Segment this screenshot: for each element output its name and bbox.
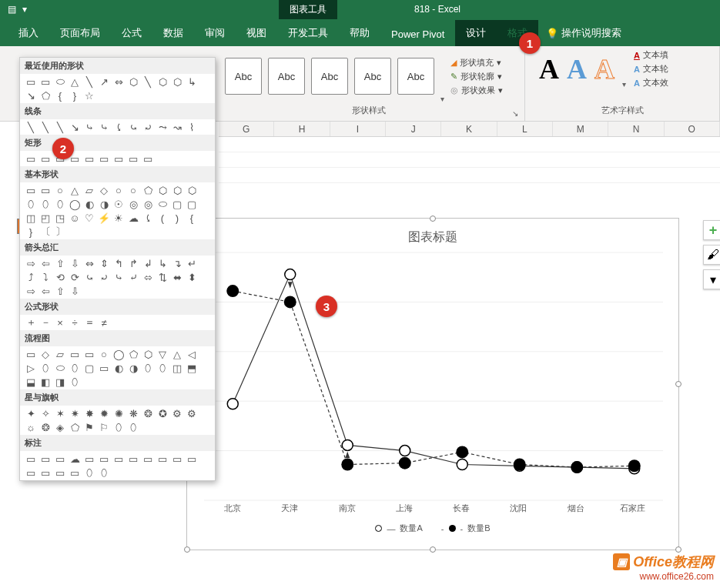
shape-option[interactable]: ╲	[142, 76, 154, 87]
shape-option[interactable]: ↴	[171, 258, 183, 269]
shape-option[interactable]: ◳	[54, 212, 66, 223]
shape-option[interactable]: ◈	[54, 422, 66, 433]
shape-option[interactable]: 〔	[39, 226, 52, 237]
shape-option[interactable]: ⤴	[25, 272, 37, 282]
shape-option[interactable]: ◰	[39, 212, 52, 223]
shape-option[interactable]: ▭	[112, 453, 125, 464]
shape-option[interactable]: ↳	[186, 76, 198, 87]
shape-option[interactable]: ▭	[25, 185, 37, 195]
shape-option[interactable]: {	[186, 212, 198, 223]
shape-option[interactable]: ⬯	[142, 362, 154, 373]
shape-outline-menu[interactable]: ✎形状轮廓 ▾	[450, 71, 503, 82]
shape-style-preset-5[interactable]: Abc	[397, 58, 434, 95]
shape-option[interactable]: ╲	[83, 76, 95, 87]
tab-developer[interactable]: 开发工具	[277, 20, 339, 46]
shape-option[interactable]: ⬭	[54, 362, 66, 373]
shape-option[interactable]: ▭	[25, 349, 37, 359]
shape-option[interactable]: ⤿	[127, 122, 139, 132]
shape-option[interactable]: △	[171, 349, 183, 359]
shape-option[interactable]: ⬯	[54, 199, 66, 209]
shape-option[interactable]: ⇨	[25, 286, 37, 296]
shape-option[interactable]: ▭	[25, 467, 37, 478]
shape-option[interactable]: ÷	[69, 317, 81, 328]
shape-option[interactable]: ⬯	[25, 199, 37, 209]
shape-option[interactable]: ▭	[127, 153, 139, 164]
column-header-N[interactable]: N	[608, 122, 664, 136]
shape-option[interactable]: }	[25, 226, 37, 237]
shape-option[interactable]: {	[54, 90, 66, 101]
tab-data[interactable]: 数据	[152, 20, 194, 46]
tab-help[interactable]: 帮助	[339, 20, 380, 46]
tab-page-layout[interactable]: 页面布局	[49, 20, 111, 46]
shape-option[interactable]: ✸	[83, 408, 95, 419]
shape-option[interactable]: ☼	[25, 422, 37, 433]
shape-option[interactable]: ⇩	[69, 286, 81, 296]
shape-option[interactable]: ⇦	[39, 258, 52, 269]
shape-option[interactable]: ◫	[25, 212, 37, 223]
tab-review[interactable]: 审阅	[194, 20, 236, 46]
shape-option[interactable]: ⟳	[69, 272, 81, 282]
shape-style-preset-4[interactable]: Abc	[354, 58, 391, 95]
shape-option[interactable]: △	[69, 185, 81, 195]
chart-handle-right[interactable]	[675, 381, 681, 387]
shape-option[interactable]: ╲	[39, 122, 52, 132]
shape-option[interactable]: ⚡	[98, 212, 110, 223]
shape-option[interactable]: ▭	[171, 453, 183, 464]
shape-option[interactable]: ◎	[127, 199, 139, 209]
shape-option[interactable]: ⤿	[83, 272, 95, 282]
shape-option[interactable]: ⬡	[142, 349, 154, 359]
shape-style-preset-3[interactable]: Abc	[311, 58, 348, 95]
shape-option[interactable]: ◑	[98, 199, 110, 209]
shape-option[interactable]: ⬯	[69, 376, 81, 387]
shape-option[interactable]: ⤳	[156, 122, 169, 132]
save-icon[interactable]: ▤	[8, 4, 16, 15]
shape-option[interactable]: ⇔	[83, 258, 95, 269]
shape-option[interactable]: ◎	[142, 199, 154, 209]
shape-option[interactable]: ▭	[142, 153, 154, 164]
wordart-style-3[interactable]: A	[594, 53, 615, 85]
shape-option[interactable]: ⬯	[83, 467, 95, 478]
shape-option[interactable]: ▱	[54, 349, 66, 359]
column-header-I[interactable]: I	[330, 122, 386, 136]
column-header-L[interactable]: L	[497, 122, 553, 136]
shape-option[interactable]: ⤷	[98, 122, 110, 132]
shape-option[interactable]: ⬓	[25, 376, 37, 387]
chart-handle-bottom[interactable]	[430, 546, 436, 553]
tab-view[interactable]: 视图	[236, 20, 277, 46]
shape-option[interactable]: ▭	[98, 362, 110, 373]
chart-handle-br[interactable]	[675, 546, 681, 553]
shape-option[interactable]: ☀	[112, 212, 125, 223]
shape-option[interactable]: ▭	[69, 349, 81, 359]
column-header-K[interactable]: K	[441, 122, 497, 136]
tab-insert[interactable]: 插入	[8, 20, 49, 46]
shape-option[interactable]: ＋	[25, 317, 37, 328]
shape-option[interactable]: ▽	[156, 349, 169, 359]
shape-effects-menu[interactable]: ◎形状效果 ▾	[450, 85, 503, 96]
shape-option[interactable]: ⬠	[39, 90, 52, 101]
shape-option[interactable]: ⟲	[54, 272, 66, 282]
shape-option[interactable]: }	[69, 90, 81, 101]
wordart-style-2[interactable]: A	[567, 53, 587, 85]
shape-option[interactable]: ☁	[69, 453, 81, 464]
shape-option[interactable]: ⬒	[186, 362, 198, 373]
shape-option[interactable]: ⤹	[142, 212, 154, 223]
shape-option[interactable]: ⚑	[83, 422, 95, 433]
shape-option[interactable]: ↱	[127, 258, 139, 269]
shape-option[interactable]: ╲	[54, 122, 66, 132]
shape-option[interactable]: ＝	[83, 317, 95, 328]
shape-option[interactable]: ⤾	[142, 122, 154, 132]
shape-option[interactable]: ▭	[98, 153, 110, 164]
shape-option[interactable]: ⬯	[39, 362, 52, 373]
shape-option[interactable]: ▭	[186, 453, 198, 464]
column-header-M[interactable]: M	[553, 122, 608, 136]
shape-option[interactable]: ⇩	[69, 258, 81, 269]
shape-option[interactable]: ↰	[112, 258, 125, 269]
shape-option[interactable]: ☁	[127, 212, 139, 223]
tab-design[interactable]: 设计	[455, 20, 497, 46]
shape-option[interactable]: ↘	[25, 90, 37, 101]
shape-option[interactable]: ≠	[98, 317, 110, 328]
shape-option[interactable]: ♡	[83, 212, 95, 223]
shape-option[interactable]: ▭	[25, 76, 37, 87]
plot-area[interactable]	[204, 252, 661, 499]
chart-title[interactable]: 图表标题	[187, 219, 678, 249]
